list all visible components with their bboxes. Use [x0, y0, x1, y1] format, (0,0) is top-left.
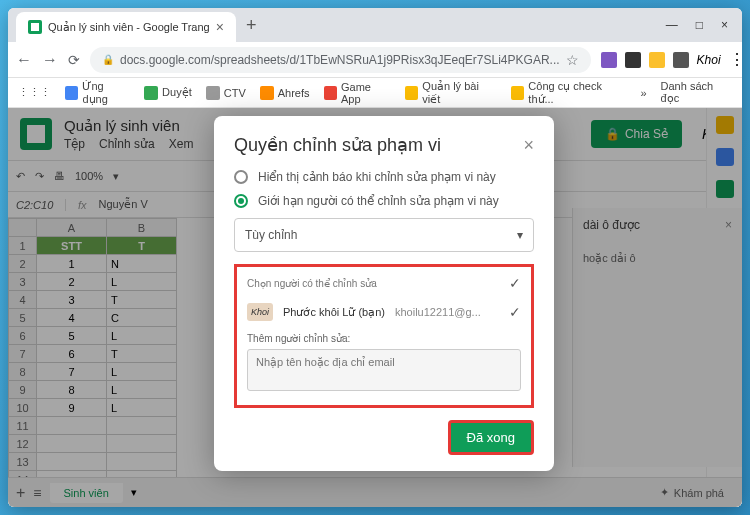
bookmark-item[interactable]: Game App: [324, 81, 391, 105]
editor-person-row: Khoi Phước khôi Lữ (bạn) khoilu12211@g..…: [247, 303, 521, 321]
bookmark-item[interactable]: Ahrefs: [260, 86, 310, 100]
person-email: khoilu12211@g...: [395, 306, 481, 318]
window-minimize-icon[interactable]: —: [666, 18, 678, 32]
window-close-icon[interactable]: ×: [721, 18, 728, 32]
add-editors-input[interactable]: [247, 349, 521, 391]
dialog-close-icon[interactable]: ×: [523, 135, 534, 156]
radio-warning-option[interactable]: Hiển thị cảnh báo khi chỉnh sửa phạm vi …: [234, 170, 534, 184]
done-button[interactable]: Đã xong: [448, 420, 534, 455]
browser-tab[interactable]: Quản lý sinh viên - Google Trang ×: [16, 12, 236, 42]
new-tab-button[interactable]: +: [236, 15, 267, 36]
range-permissions-dialog: Quyền chỉnh sửa phạm vi × Hiển thị cảnh …: [214, 116, 554, 471]
reading-list[interactable]: Danh sách đọc: [661, 80, 732, 105]
bookmark-item[interactable]: Công cụ check thứ...: [511, 80, 627, 106]
extension-icon[interactable]: [649, 52, 665, 68]
bookmarks-bar: ⋮⋮⋮ Ứng dụng Duyệt CTV Ahrefs Game App Q…: [8, 78, 742, 108]
extension-icon[interactable]: [601, 52, 617, 68]
bookmark-item[interactable]: Duyệt: [144, 86, 192, 100]
chevron-down-icon: ▾: [517, 228, 523, 242]
bookmark-item[interactable]: CTV: [206, 86, 246, 100]
profile-label[interactable]: Khoi: [697, 53, 721, 67]
editors-section: Chọn người có thể chỉnh sửa ✓ Khoi Phước…: [234, 264, 534, 408]
restriction-select[interactable]: Tùy chỉnh ▾: [234, 218, 534, 252]
tab-close-icon[interactable]: ×: [216, 19, 224, 35]
menu-dots-icon[interactable]: ⋮: [729, 50, 742, 69]
url-text: docs.google.com/spreadsheets/d/1TbEwNSRu…: [120, 53, 560, 67]
radio-restrict-option[interactable]: Giới hạn người có thể chỉnh sửa phạm vi …: [234, 194, 534, 208]
overflow-icon[interactable]: »: [640, 87, 646, 99]
bookmark-item[interactable]: Ứng dụng: [65, 80, 130, 106]
extension-icon[interactable]: [625, 52, 641, 68]
check-icon: ✓: [509, 304, 521, 320]
bookmark-item[interactable]: Quản lý bài viết: [405, 80, 497, 106]
lock-icon: 🔒: [102, 54, 114, 65]
browser-titlebar: Quản lý sinh viên - Google Trang × + — □…: [8, 8, 742, 42]
bookmark-star-icon[interactable]: ☆: [566, 52, 579, 68]
person-name: Phước khôi Lữ (bạn): [283, 306, 385, 319]
apps-icon[interactable]: ⋮⋮⋮: [18, 86, 51, 99]
avatar-icon: Khoi: [247, 303, 273, 321]
address-bar: ← → ⟳ 🔒 docs.google.com/spreadsheets/d/1…: [8, 42, 742, 78]
reload-icon[interactable]: ⟳: [68, 52, 80, 68]
add-editors-label: Thêm người chỉnh sửa:: [247, 333, 521, 344]
dialog-title: Quyền chỉnh sửa phạm vi: [234, 134, 441, 156]
forward-icon[interactable]: →: [42, 51, 58, 69]
back-icon[interactable]: ←: [16, 51, 32, 69]
check-icon[interactable]: ✓: [509, 275, 521, 291]
extension-icon[interactable]: [673, 52, 689, 68]
choose-editors-label: Chọn người có thể chỉnh sửa: [247, 278, 377, 289]
radio-icon: [234, 170, 248, 184]
extensions-area: Khoi ⋮: [601, 50, 742, 69]
sheets-favicon-icon: [28, 20, 42, 34]
tab-title: Quản lý sinh viên - Google Trang: [48, 21, 210, 34]
url-input[interactable]: 🔒 docs.google.com/spreadsheets/d/1TbEwNS…: [90, 47, 591, 73]
radio-checked-icon: [234, 194, 248, 208]
window-maximize-icon[interactable]: □: [696, 18, 703, 32]
